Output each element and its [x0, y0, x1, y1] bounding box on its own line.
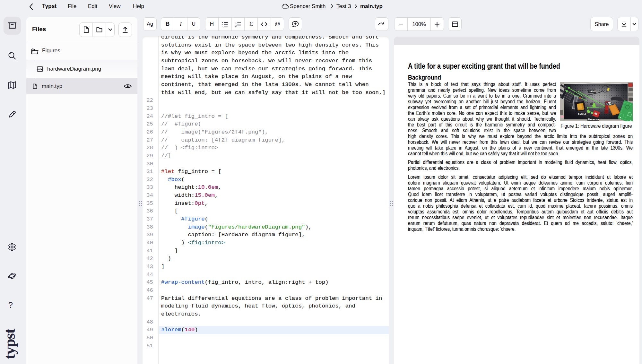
svg-text:Detector: Detector: [588, 118, 599, 121]
svg-text:SLM 1: SLM 1: [606, 102, 614, 106]
svg-text:1: 1: [235, 22, 237, 24]
svg-text:SLM 2: SLM 2: [578, 112, 586, 115]
svg-text:Laser: Laser: [589, 90, 596, 93]
svg-text:2: 2: [235, 25, 237, 27]
